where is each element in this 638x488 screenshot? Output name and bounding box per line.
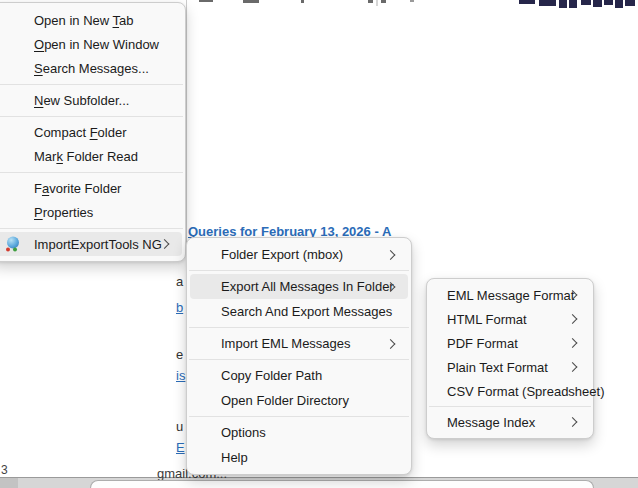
menu-separator xyxy=(0,116,183,117)
menu-item-open-in-new-tab[interactable]: Open in New Tab xyxy=(0,8,182,32)
menu-item-label: Open Folder Directory xyxy=(221,393,349,408)
logo-fragment xyxy=(604,0,613,5)
menu-item-label: Favorite Folder xyxy=(34,181,121,196)
toolbar-text-fragment xyxy=(243,0,259,3)
statusbar-corner xyxy=(0,478,18,488)
menu-item-label: Folder Export (mbox) xyxy=(221,247,343,262)
background-text-fragment: E xyxy=(176,440,185,455)
background-panel-edge xyxy=(90,480,594,488)
submenu-chevron-icon xyxy=(386,339,396,349)
menu-item-label: ImportExportTools NG xyxy=(34,237,162,252)
menu-item-label: Copy Folder Path xyxy=(221,368,322,383)
menu-item-pdf-format[interactable]: PDF Format xyxy=(430,331,590,355)
logo-fragment xyxy=(569,0,577,8)
menu-item-label: Open in New Tab xyxy=(34,13,134,28)
submenu-chevron-icon xyxy=(568,314,578,324)
menu-item-label: Compact Folder xyxy=(34,125,127,140)
logo-fragment xyxy=(539,0,556,6)
menu-separator xyxy=(429,406,591,407)
menu-item-label: Import EML Messages xyxy=(221,336,351,351)
menu-item-help[interactable]: Help xyxy=(190,445,408,470)
toolbar-text-fragment xyxy=(381,0,386,3)
menu-item-favorite-folder[interactable]: Favorite Folder xyxy=(0,176,182,200)
toolbar-text-fragment xyxy=(301,0,304,3)
background-text-fragment: a xyxy=(176,274,183,289)
menu-separator xyxy=(189,416,409,417)
menu-item-csv-format-spreadsheet[interactable]: CSV Format (Spreadsheet) xyxy=(430,379,590,403)
menu-item-export-all-messages-in-folder[interactable]: Export All Messages In Folder xyxy=(190,274,408,299)
menu-item-open-in-new-window[interactable]: Open in New Window xyxy=(0,32,182,56)
submenu-chevron-icon xyxy=(386,250,396,260)
export-format-submenu: EML Message FormatHTML FormatPDF FormatP… xyxy=(426,278,594,439)
background-text-fragment: u xyxy=(176,419,183,434)
menu-item-message-index[interactable]: Message Index xyxy=(430,410,590,434)
menu-item-label: Help xyxy=(221,450,248,465)
menu-separator xyxy=(0,84,183,85)
menu-separator xyxy=(0,228,183,229)
importexporttools-ng-icon xyxy=(6,237,21,252)
menu-item-importexporttools-ng[interactable]: ImportExportTools NG xyxy=(0,232,182,256)
menu-item-label: Properties xyxy=(34,205,93,220)
menu-item-label: Open in New Window xyxy=(34,37,159,52)
menu-separator xyxy=(189,270,409,271)
menu-item-open-folder-directory[interactable]: Open Folder Directory xyxy=(190,388,408,413)
menu-item-mark-folder-read[interactable]: Mark Folder Read xyxy=(0,144,182,168)
menu-item-label: Export All Messages In Folder xyxy=(221,279,394,294)
logo-fragment xyxy=(519,0,535,4)
background-text-fragment: 3 xyxy=(1,463,8,477)
menu-item-search-and-export-messages[interactable]: Search And Export Messages xyxy=(190,299,408,324)
toolbar-text-fragment xyxy=(368,0,373,3)
menu-item-label: Search Messages... xyxy=(34,61,149,76)
menu-item-label: Plain Text Format xyxy=(447,360,548,375)
menu-item-label: Message Index xyxy=(447,415,535,430)
logo-fragment xyxy=(625,0,635,6)
logo-fragment xyxy=(593,0,602,7)
menu-item-new-subfolder[interactable]: New Subfolder... xyxy=(0,88,182,112)
background-text-fragment: is xyxy=(176,368,185,383)
logo-fragment xyxy=(615,0,623,8)
menu-item-search-messages[interactable]: Search Messages... xyxy=(0,56,182,80)
submenu-chevron-icon xyxy=(568,338,578,348)
menu-item-copy-folder-path[interactable]: Copy Folder Path xyxy=(190,363,408,388)
menu-item-import-eml-messages[interactable]: Import EML Messages xyxy=(190,331,408,356)
submenu-chevron-icon xyxy=(568,417,578,427)
toolbar-text-fragment xyxy=(376,0,378,6)
menu-item-label: New Subfolder... xyxy=(34,93,129,108)
menu-item-label: EML Message Format xyxy=(447,288,574,303)
folder-context-menu: Open in New TabOpen in New WindowSearch … xyxy=(0,2,186,262)
menu-item-label: PDF Format xyxy=(447,336,518,351)
toolbar-text-fragment xyxy=(410,0,414,2)
menu-item-compact-folder[interactable]: Compact Folder xyxy=(0,120,182,144)
menu-item-eml-message-format[interactable]: EML Message Format xyxy=(430,283,590,307)
submenu-chevron-icon xyxy=(568,362,578,372)
menu-separator xyxy=(0,172,183,173)
menu-item-plain-text-format[interactable]: Plain Text Format xyxy=(430,355,590,379)
menu-item-label: Search And Export Messages xyxy=(221,304,392,319)
background-text-fragment: e xyxy=(176,347,183,362)
background-text-fragment: b xyxy=(176,300,183,315)
menu-item-label: HTML Format xyxy=(447,312,527,327)
menu-item-properties[interactable]: Properties xyxy=(0,200,182,224)
toolbar-text-fragment xyxy=(199,0,213,2)
logo-fragment xyxy=(581,0,591,5)
menu-item-label: Mark Folder Read xyxy=(34,149,138,164)
menu-item-folder-export-mbox[interactable]: Folder Export (mbox) xyxy=(190,242,408,267)
menu-item-label: Options xyxy=(221,425,266,440)
menu-separator xyxy=(189,327,409,328)
menu-item-label: CSV Format (Spreadsheet) xyxy=(447,384,605,399)
menu-separator xyxy=(189,359,409,360)
menu-item-options[interactable]: Options xyxy=(190,420,408,445)
logo-fragment xyxy=(559,0,567,8)
importexporttools-submenu: Folder Export (mbox)Export All Messages … xyxy=(186,237,412,475)
menu-item-html-format[interactable]: HTML Format xyxy=(430,307,590,331)
